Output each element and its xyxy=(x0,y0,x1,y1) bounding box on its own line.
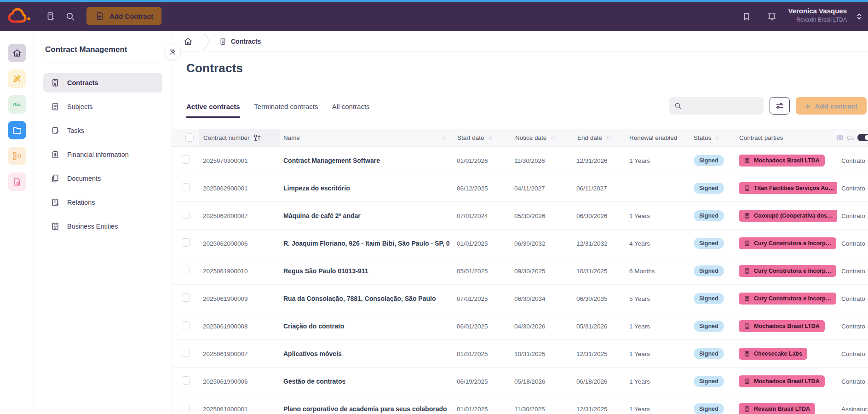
rail-item-pen-tools[interactable] xyxy=(8,69,26,88)
contract-check-icon[interactable] xyxy=(45,11,56,22)
rail-item-signature[interactable] xyxy=(8,95,26,114)
header-end-date[interactable]: End date ↑↓ xyxy=(573,129,626,146)
contract-party-badge[interactable]: Cury Construtora e Incorp… xyxy=(739,237,836,249)
rail-item-hierarchy[interactable] xyxy=(8,147,26,165)
end-date: 12/31/2032 xyxy=(576,240,608,247)
contract-party-badge[interactable]: Cheesecake Labs xyxy=(739,348,807,360)
end-date: 06/30/2035 xyxy=(576,295,608,302)
unpin-sidebar-button[interactable] xyxy=(164,44,181,60)
topbar: Add Contract Veronica Vasques Revaxin Br… xyxy=(0,2,868,31)
sidebar-item-tasks[interactable]: Tasks xyxy=(43,121,162,140)
sidebar-item-business-entities[interactable]: Business Entities xyxy=(43,217,162,236)
row-checkbox[interactable] xyxy=(182,183,190,191)
table-row[interactable]: 2025061900007Aplicativos móveis01/01/202… xyxy=(172,340,868,368)
table-row[interactable]: 2025061900006Gestão de contratos06/19/20… xyxy=(172,368,868,395)
party-label: Mochadocs Brasil LTDA xyxy=(754,157,820,164)
sidebar-item-relations[interactable]: Relations xyxy=(43,193,162,212)
column-label: End date xyxy=(577,134,602,141)
user-menu[interactable]: Veronica Vasques Revaxin Brasil LTDA xyxy=(788,7,847,23)
table-row[interactable]: 2025061900008Criação do contrato06/01/20… xyxy=(172,312,868,340)
chevrons-updown-icon[interactable] xyxy=(855,12,864,22)
notifications-bell-icon[interactable] xyxy=(766,11,777,22)
row-checkbox[interactable] xyxy=(182,349,190,357)
search-icon xyxy=(674,102,682,110)
column-label: Status xyxy=(694,134,711,141)
sidebar-item-financial-information[interactable]: Financial information xyxy=(43,145,162,164)
add-contract-button-topbar[interactable]: Add Contract xyxy=(86,7,161,25)
renewal-enabled: 1 Years xyxy=(629,157,650,164)
row-checkbox[interactable] xyxy=(182,404,190,412)
bookmark-icon[interactable] xyxy=(742,12,752,22)
header-notice-date[interactable]: Notice date ↑↓ xyxy=(511,129,573,146)
compact-toggle[interactable] xyxy=(857,134,868,141)
building-icon xyxy=(51,222,60,231)
header-name[interactable]: Name ↑↓ xyxy=(280,129,453,146)
row-checkbox[interactable] xyxy=(182,211,190,219)
table-row[interactable]: 2025062000006R. Joaquim Floriano, 926 - … xyxy=(172,230,868,257)
sidebar-title: Contract Management xyxy=(45,45,172,54)
search-input[interactable] xyxy=(686,102,771,110)
contract-phase: Contrato xyxy=(841,213,865,219)
contract-name: Criação do contrato xyxy=(283,322,344,330)
table-row[interactable]: 2025061900009Rua da Consolação, 7881, Co… xyxy=(172,285,868,312)
rail-item-document-clock[interactable] xyxy=(8,172,26,191)
row-checkbox[interactable] xyxy=(182,238,190,247)
contract-party-badge[interactable]: Mochadocs Brasil LTDA xyxy=(739,155,825,167)
sidebar-item-documents[interactable]: Documents xyxy=(43,169,162,188)
start-date: 07/01/2024 xyxy=(457,213,488,219)
table-row[interactable]: 2025062000007Máquina de café 2º andar07/… xyxy=(172,202,868,230)
contract-party-badge[interactable]: Cooxupé (Cooperativa dos… xyxy=(739,210,837,222)
sort-icon[interactable]: ↑↓ xyxy=(606,135,610,140)
sort-icon[interactable]: ↑↓ xyxy=(715,135,719,140)
app-logo-cloud[interactable] xyxy=(7,6,32,25)
header-start-date[interactable]: Start date ↑↓ xyxy=(453,129,511,146)
tab-active-contracts[interactable]: Active contracts xyxy=(186,103,240,118)
row-checkbox[interactable] xyxy=(182,376,190,385)
row-checkbox[interactable] xyxy=(182,155,190,164)
breadcrumb-home-icon[interactable] xyxy=(183,36,193,46)
contract-party-badge[interactable]: Revaxin Brasil LTDA xyxy=(739,403,815,414)
sidebar-item-contracts[interactable]: Contracts xyxy=(43,73,162,92)
tab-all-contracts[interactable]: All contracts xyxy=(332,103,370,116)
contract-party-badge[interactable]: Mochadocs Brasil LTDA xyxy=(739,375,825,387)
header-contract-parties[interactable]: Contract parties xyxy=(735,129,837,146)
table-row[interactable]: 2025061800001Plano corporativo de academ… xyxy=(172,395,868,414)
row-checkbox[interactable] xyxy=(182,266,190,274)
sort-numeric-asc-icon[interactable] xyxy=(254,134,261,141)
contract-name: Limpeza do escritório xyxy=(283,184,350,192)
notice-date: 04/30/2026 xyxy=(514,323,546,330)
rail-item-folder[interactable] xyxy=(8,121,26,139)
document-plus-icon xyxy=(95,11,105,21)
search-box[interactable] xyxy=(669,97,764,115)
tab-terminated-contracts[interactable]: Terminated contracts xyxy=(254,103,318,116)
column-settings-overlay: Co act xyxy=(836,129,868,146)
row-checkbox[interactable] xyxy=(182,321,190,329)
contract-party-badge[interactable]: Cury Construtora e Incorp… xyxy=(739,293,836,305)
contract-party-badge[interactable]: Titan Facilities Serviços Au… xyxy=(739,182,837,194)
contract-party-badge[interactable]: Cury Construtora e Incorp… xyxy=(739,265,836,277)
add-contract-button[interactable]: + Add contract xyxy=(796,97,867,115)
header-contract-number[interactable]: Contract number xyxy=(199,129,280,146)
table-row[interactable]: 2025062900001Limpeza do escritório06/12/… xyxy=(172,174,868,202)
end-date: 10/31/2025 xyxy=(576,268,608,275)
contract-party-badge[interactable]: Mochadocs Brasil LTDA xyxy=(739,320,825,332)
header-renewal-enabled[interactable]: Renewal enabled xyxy=(626,129,690,146)
party-label: Mochadocs Brasil LTDA xyxy=(754,378,820,385)
add-contract-button-label: Add contract xyxy=(815,102,857,110)
columns-icon[interactable] xyxy=(836,133,844,142)
sidebar-item-label: Business Entities xyxy=(67,223,118,230)
sort-icon[interactable]: ↑↓ xyxy=(443,135,447,140)
sort-icon[interactable]: ↑↓ xyxy=(489,135,493,140)
row-checkbox[interactable] xyxy=(182,293,190,302)
search-icon[interactable] xyxy=(65,11,76,22)
sidebar-item-subjects[interactable]: Subjects xyxy=(43,97,162,116)
breadcrumb-current[interactable]: Contracts xyxy=(219,37,261,46)
select-all-checkbox[interactable] xyxy=(185,133,194,142)
header-status[interactable]: Status ↑↓ xyxy=(690,129,735,146)
table-row[interactable]: 2025070300001Contract Management Softwar… xyxy=(172,147,868,174)
rail-item-home[interactable] xyxy=(8,44,26,62)
table-row[interactable]: 2025061900010Regus São Paulo 01013-91105… xyxy=(172,257,868,285)
column-label: Contract number xyxy=(203,134,250,141)
sort-icon[interactable]: ↑↓ xyxy=(551,135,555,140)
filter-button[interactable] xyxy=(770,97,790,115)
